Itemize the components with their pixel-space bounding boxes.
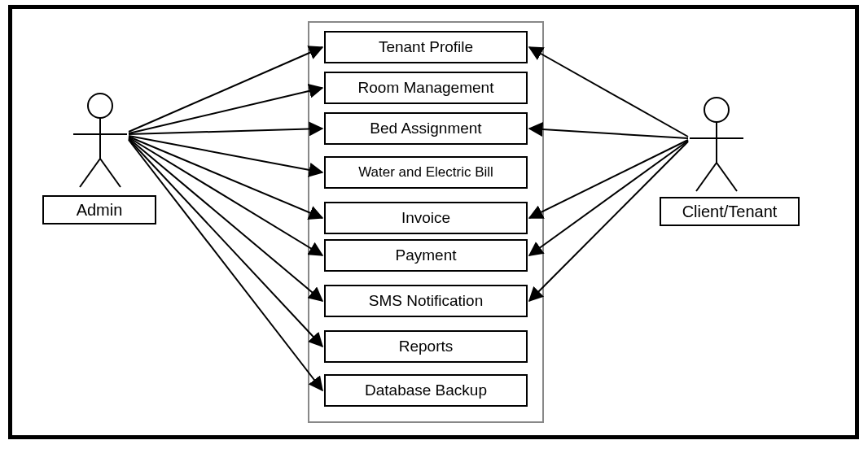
usecase-payment: Payment [324,239,528,272]
usecase-invoice: Invoice [324,202,528,234]
usecase-water-electric-bill: Water and Electric Bill [324,156,528,189]
usecase-reports: Reports [324,330,528,363]
client-actor-label: Client/Tenant [660,197,800,226]
usecase-tenant-profile: Tenant Profile [324,31,528,63]
usecase-bed-assignment: Bed Assignment [324,112,528,145]
usecase-database-backup: Database Backup [324,374,528,407]
diagram-canvas: Admin Client/Tenant Tenant Profile Room … [0,0,868,449]
usecase-room-management: Room Management [324,72,528,104]
admin-actor-label: Admin [42,195,156,224]
usecase-sms-notification: SMS Notification [324,285,528,317]
